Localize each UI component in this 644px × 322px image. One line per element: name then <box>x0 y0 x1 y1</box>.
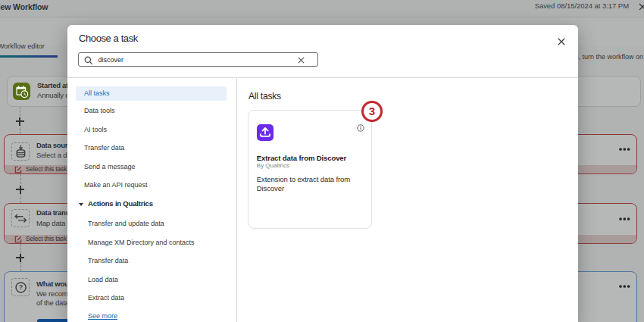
svg-text:?: ? <box>19 283 23 291</box>
